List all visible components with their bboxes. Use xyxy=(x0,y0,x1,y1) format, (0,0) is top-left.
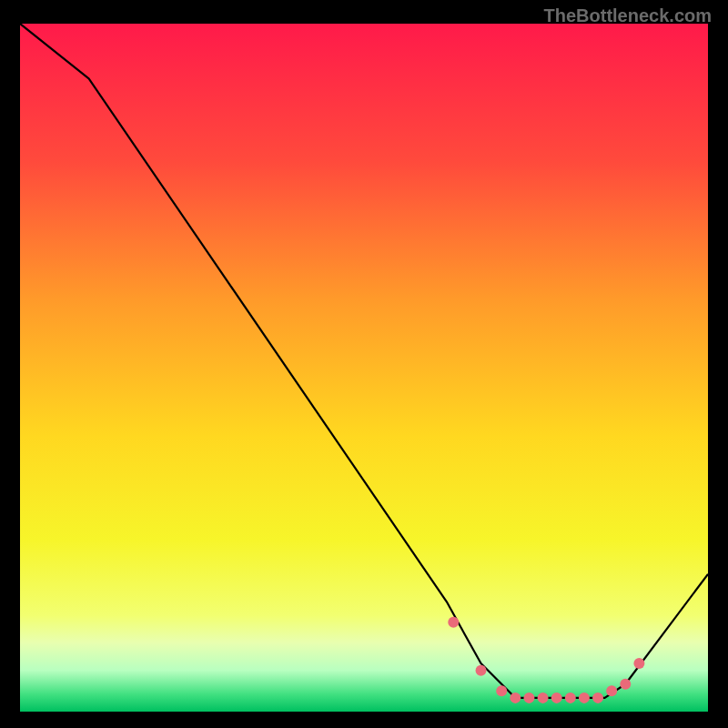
data-marker xyxy=(538,693,549,703)
chart-container: TheBottleneck.com xyxy=(0,0,728,728)
chart-svg xyxy=(20,24,708,712)
data-marker xyxy=(510,693,521,703)
data-marker xyxy=(476,665,487,676)
data-marker xyxy=(592,693,603,703)
gradient-background xyxy=(20,24,708,712)
data-marker xyxy=(620,679,631,690)
data-marker xyxy=(565,693,576,703)
plot-area xyxy=(20,24,708,712)
data-marker xyxy=(579,693,590,703)
data-marker xyxy=(496,685,507,696)
data-marker xyxy=(633,658,644,669)
data-marker xyxy=(551,693,562,703)
data-marker xyxy=(448,617,459,628)
data-marker xyxy=(606,685,617,696)
watermark-text: TheBottleneck.com xyxy=(544,5,712,26)
data-marker xyxy=(523,693,534,703)
